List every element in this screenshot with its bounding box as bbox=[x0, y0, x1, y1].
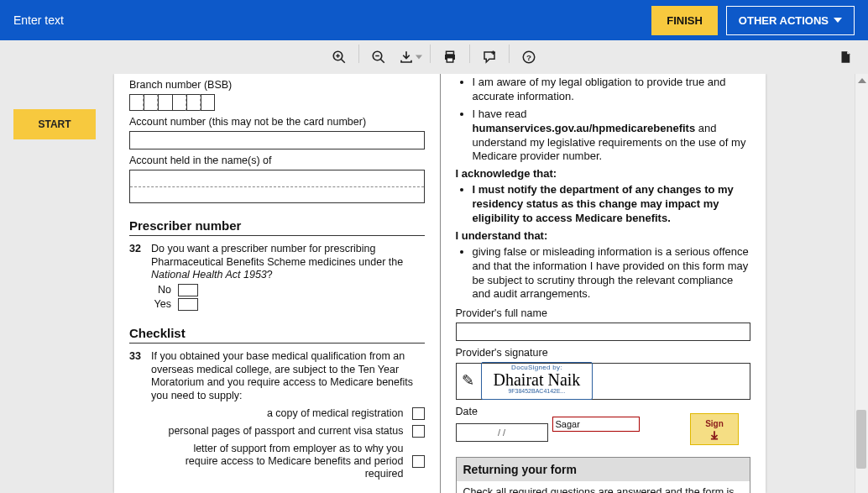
svg-line-5 bbox=[380, 59, 384, 63]
comment-button[interactable] bbox=[473, 45, 505, 70]
page-right: I am aware of my legal obligation to pro… bbox=[441, 74, 766, 493]
signature-label: Provider's signature bbox=[456, 346, 751, 359]
yes-label: Yes bbox=[151, 298, 171, 310]
fullname-label: Provider's full name bbox=[456, 307, 751, 320]
returning-form-box: Returning your form Check all required q… bbox=[456, 457, 751, 493]
finish-button[interactable]: FINISH bbox=[651, 6, 718, 35]
scroll-thumb[interactable] bbox=[856, 410, 866, 469]
zoom-out-button[interactable] bbox=[363, 45, 395, 70]
other-actions-label: OTHER ACTIONS bbox=[739, 14, 829, 27]
caret-down-icon bbox=[416, 54, 422, 60]
checklist-3-checkbox[interactable] bbox=[412, 455, 425, 468]
help-button[interactable]: ? bbox=[513, 45, 545, 70]
checklist-item-2: personal pages of passport and current v… bbox=[168, 425, 403, 438]
app-header: Enter text FINISH OTHER ACTIONS bbox=[0, 0, 868, 40]
declare-item-2: I have read humanservices.gov.au/hpmedic… bbox=[473, 108, 751, 165]
document-icon bbox=[838, 50, 853, 65]
svg-line-1 bbox=[341, 59, 345, 63]
account-number-field[interactable] bbox=[129, 131, 425, 149]
bsb-label: Branch number (BSB) bbox=[129, 79, 425, 91]
print-icon bbox=[442, 50, 458, 65]
page-spread: Branch number (BSB) Account number (this… bbox=[114, 74, 766, 493]
checklist-2-checkbox[interactable] bbox=[412, 425, 425, 438]
scroll-up-icon[interactable] bbox=[855, 74, 868, 87]
checklist-item-1: a copy of medical registration bbox=[267, 407, 404, 420]
document-canvas: START Branch number (BSB) Account number… bbox=[0, 74, 868, 493]
download-icon bbox=[399, 50, 414, 65]
prescriber-heading: Prescriber number bbox=[129, 218, 425, 236]
account-holder-field[interactable] bbox=[129, 170, 425, 203]
declare-item-1: I am aware of my legal obligation to pro… bbox=[473, 76, 751, 104]
signature-field[interactable]: ✎ DocuSigned by: Dhairat Naik 9F38452BAC… bbox=[456, 363, 751, 400]
vertical-scrollbar[interactable] bbox=[855, 74, 868, 493]
q33-text: If you obtained your base medical qualif… bbox=[151, 350, 425, 403]
svg-rect-9 bbox=[447, 58, 453, 62]
comment-icon bbox=[482, 50, 497, 65]
bsb-field[interactable] bbox=[129, 94, 425, 111]
returning-heading: Returning your form bbox=[457, 458, 750, 481]
checklist-item-3: letter of support from employer as to wh… bbox=[169, 443, 404, 480]
sign-here-badge[interactable]: Sign bbox=[690, 413, 739, 445]
account-number-label: Account number (this may not be the card… bbox=[129, 116, 425, 128]
page-left: Branch number (BSB) Account number (this… bbox=[114, 74, 441, 493]
document-panel-button[interactable] bbox=[829, 45, 861, 70]
download-button[interactable] bbox=[395, 45, 426, 70]
fullname-field[interactable] bbox=[456, 323, 751, 341]
pen-icon: ✎ bbox=[462, 371, 474, 391]
viewer-toolbar: ? bbox=[0, 40, 868, 74]
start-button[interactable]: START bbox=[13, 109, 96, 139]
returning-line-1: Check all required questions are answere… bbox=[463, 485, 744, 493]
docusign-stamp: DocuSigned by: Dhairat Naik 9F38452BAC41… bbox=[481, 362, 593, 400]
no-label: No bbox=[151, 284, 171, 296]
zoom-out-icon bbox=[371, 50, 386, 65]
svg-text:?: ? bbox=[526, 53, 531, 62]
zoom-in-button[interactable] bbox=[323, 45, 355, 70]
no-checkbox[interactable] bbox=[178, 284, 198, 296]
q32-number: 32 bbox=[129, 243, 146, 282]
other-actions-button[interactable]: OTHER ACTIONS bbox=[726, 6, 855, 35]
signature-name: Dhairat Naik bbox=[494, 371, 581, 388]
ack-heading: I acknowledge that: bbox=[456, 167, 751, 181]
checklist-1-checkbox[interactable] bbox=[412, 407, 425, 420]
signer-tag[interactable]: Sagar bbox=[552, 417, 640, 432]
understand-heading: I understand that: bbox=[456, 229, 751, 244]
caret-down-icon bbox=[834, 16, 842, 24]
date-field[interactable]: / / bbox=[456, 423, 548, 442]
print-button[interactable] bbox=[434, 45, 466, 70]
yes-checkbox[interactable] bbox=[178, 298, 198, 311]
arrow-down-icon bbox=[709, 429, 720, 441]
help-icon: ? bbox=[521, 50, 536, 65]
account-holder-label: Account held in the name(s) of bbox=[129, 155, 425, 166]
header-enter-text: Enter text bbox=[13, 13, 64, 27]
checklist-heading: Checklist bbox=[129, 326, 425, 344]
q32-text: Do you want a prescriber number for pres… bbox=[151, 243, 425, 282]
zoom-in-icon bbox=[332, 50, 347, 65]
svg-rect-7 bbox=[447, 51, 454, 55]
ack-item: I must notify the department of any chan… bbox=[473, 183, 751, 226]
understand-item: giving false or misleading information i… bbox=[473, 245, 751, 302]
q33-number: 33 bbox=[129, 350, 146, 403]
